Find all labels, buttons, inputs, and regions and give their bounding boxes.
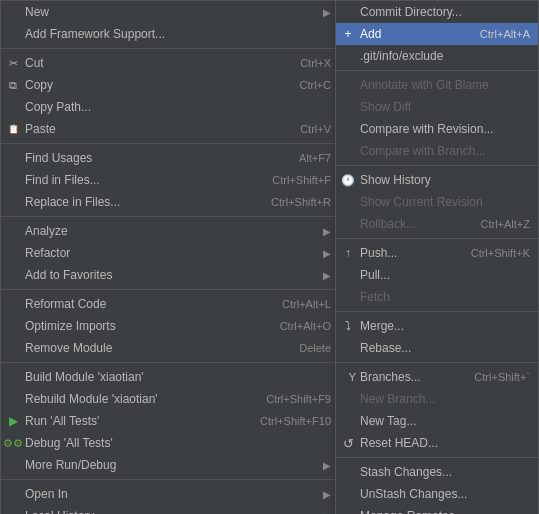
menu-item-new-branch[interactable]: New Branch...	[336, 388, 538, 410]
menu-item-show-diff[interactable]: Show Diff	[336, 96, 538, 118]
right-separator-5	[336, 362, 538, 363]
menu-item-rebase[interactable]: Rebase...	[336, 337, 538, 359]
menu-item-replace-files[interactable]: Replace in Files... Ctrl+Shift+R	[1, 191, 339, 213]
menu-item-local-history[interactable]: Local History ▶	[1, 505, 339, 514]
separator-5	[1, 362, 339, 363]
refactor-arrow: ▶	[323, 248, 331, 259]
menu-item-commit-dir[interactable]: Commit Directory...	[336, 1, 538, 23]
merge-icon: ⤵	[340, 319, 356, 333]
menu-item-debug-tests[interactable]: ⚙ Debug 'All Tests'	[1, 432, 339, 454]
menu-item-more-run[interactable]: More Run/Debug ▶	[1, 454, 339, 476]
right-separator-6	[336, 457, 538, 458]
branches-icon: Y	[340, 371, 356, 383]
menu-item-refactor[interactable]: Refactor ▶	[1, 242, 339, 264]
menu-item-exclude[interactable]: .git/info/exclude	[336, 45, 538, 67]
right-separator-2	[336, 165, 538, 166]
menu-item-unstash[interactable]: UnStash Changes...	[336, 483, 538, 505]
cut-icon	[5, 57, 21, 70]
menu-item-annotate[interactable]: Annotate with Git Blame	[336, 74, 538, 96]
analyze-arrow: ▶	[323, 226, 331, 237]
menu-item-new-tag[interactable]: New Tag...	[336, 410, 538, 432]
add-git-icon: +	[340, 27, 356, 41]
right-separator-3	[336, 238, 538, 239]
right-separator-1	[336, 70, 538, 71]
menu-item-new[interactable]: New ▶	[1, 1, 339, 23]
separator-1	[1, 48, 339, 49]
show-history-icon: 🕐	[340, 174, 356, 187]
menu-item-rollback[interactable]: Rollback... Ctrl+Alt+Z	[336, 213, 538, 235]
menu-item-show-current-revision[interactable]: Show Current Revision	[336, 191, 538, 213]
open-in-arrow: ▶	[323, 489, 331, 500]
menu-item-push[interactable]: ↑ Push... Ctrl+Shift+K	[336, 242, 538, 264]
more-run-arrow: ▶	[323, 460, 331, 471]
menu-item-add[interactable]: + Add Ctrl+Alt+A	[336, 23, 538, 45]
right-context-menu[interactable]: Commit Directory... + Add Ctrl+Alt+A .gi…	[335, 0, 539, 514]
menu-item-build-module[interactable]: Build Module 'xiaotian'	[1, 366, 339, 388]
menu-item-pull[interactable]: Pull...	[336, 264, 538, 286]
separator-3	[1, 216, 339, 217]
menu-item-reset-head[interactable]: ↺ Reset HEAD...	[336, 432, 538, 454]
paste-icon	[5, 124, 21, 134]
menu-item-reformat[interactable]: Reformat Code Ctrl+Alt+L	[1, 293, 339, 315]
menu-item-add-framework[interactable]: Add Framework Support...	[1, 23, 339, 45]
menu-item-paste[interactable]: Paste Ctrl+V	[1, 118, 339, 140]
reset-icon: ↺	[340, 436, 356, 451]
menu-item-stash[interactable]: Stash Changes...	[336, 461, 538, 483]
push-icon: ↑	[340, 246, 356, 260]
menu-item-compare-branch[interactable]: Compare with Branch...	[336, 140, 538, 162]
menu-item-copy[interactable]: Copy Ctrl+C	[1, 74, 339, 96]
menu-item-fetch[interactable]: Fetch	[336, 286, 538, 308]
menu-item-manage-remotes[interactable]: Manage Remotes...	[336, 505, 538, 514]
separator-4	[1, 289, 339, 290]
menu-item-find-files[interactable]: Find in Files... Ctrl+Shift+F	[1, 169, 339, 191]
right-separator-4	[336, 311, 538, 312]
favorites-arrow: ▶	[323, 270, 331, 281]
debug-icon: ⚙	[5, 437, 21, 450]
menu-item-merge[interactable]: ⤵ Merge...	[336, 315, 538, 337]
separator-2	[1, 143, 339, 144]
submenu-arrow: ▶	[323, 7, 331, 18]
menu-item-run-tests[interactable]: ▶ Run 'All Tests' Ctrl+Shift+F10	[1, 410, 339, 432]
copy-icon	[5, 79, 21, 92]
run-icon: ▶	[5, 414, 21, 428]
menu-item-compare-revision[interactable]: Compare with Revision...	[336, 118, 538, 140]
menu-item-copy-path[interactable]: Copy Path...	[1, 96, 339, 118]
separator-6	[1, 479, 339, 480]
left-context-menu[interactable]: New ▶ Add Framework Support... Cut Ctrl+…	[0, 0, 340, 514]
menu-item-optimize-imports[interactable]: Optimize Imports Ctrl+Alt+O	[1, 315, 339, 337]
menu-item-branches[interactable]: Y Branches... Ctrl+Shift+`	[336, 366, 538, 388]
menu-item-remove-module[interactable]: Remove Module Delete	[1, 337, 339, 359]
menu-item-rebuild-module[interactable]: Rebuild Module 'xiaotian' Ctrl+Shift+F9	[1, 388, 339, 410]
menu-item-open-in[interactable]: Open In ▶	[1, 483, 339, 505]
menu-item-cut[interactable]: Cut Ctrl+X	[1, 52, 339, 74]
menu-item-analyze[interactable]: Analyze ▶	[1, 220, 339, 242]
menu-item-find-usages[interactable]: Find Usages Alt+F7	[1, 147, 339, 169]
menu-item-add-favorites[interactable]: Add to Favorites ▶	[1, 264, 339, 286]
menu-item-show-history[interactable]: 🕐 Show History	[336, 169, 538, 191]
history-arrow: ▶	[323, 511, 331, 515]
